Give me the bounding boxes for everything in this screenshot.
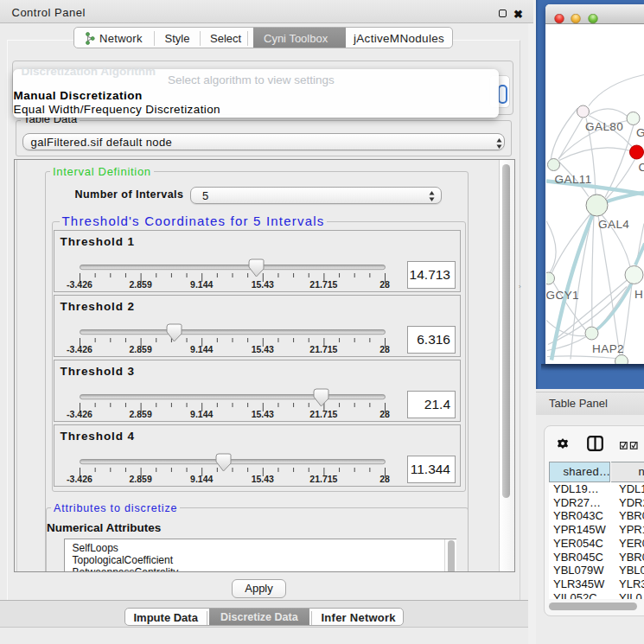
- svg-text:CY: CY: [639, 160, 644, 173]
- svg-text:HAP2: HAP2: [592, 341, 624, 354]
- svg-text:GAL4: GAL4: [598, 218, 629, 231]
- svg-text:GAL80: GAL80: [585, 120, 623, 133]
- svg-text:H: H: [634, 288, 643, 301]
- svg-text:GAL11: GAL11: [555, 173, 592, 186]
- svg-text:GA: GA: [636, 126, 644, 139]
- svg-text:GCY1: GCY1: [546, 289, 579, 302]
